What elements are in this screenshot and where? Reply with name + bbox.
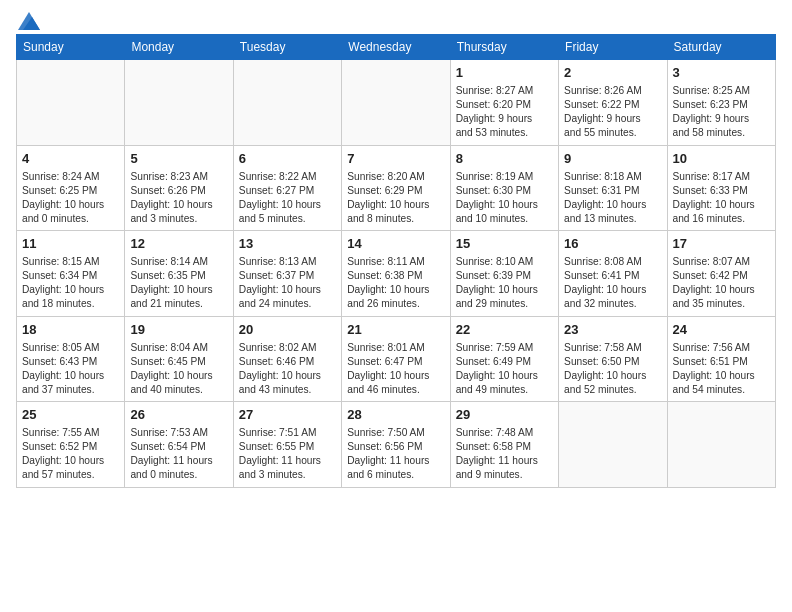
calendar-cell: 26Sunrise: 7:53 AM Sunset: 6:54 PM Dayli… <box>125 402 233 488</box>
day-number: 24 <box>673 321 770 339</box>
day-number: 8 <box>456 150 553 168</box>
header-sunday: Sunday <box>17 35 125 60</box>
calendar-week-row: 25Sunrise: 7:55 AM Sunset: 6:52 PM Dayli… <box>17 402 776 488</box>
calendar-cell: 8Sunrise: 8:19 AM Sunset: 6:30 PM Daylig… <box>450 145 558 231</box>
calendar-week-row: 1Sunrise: 8:27 AM Sunset: 6:20 PM Daylig… <box>17 60 776 146</box>
day-number: 11 <box>22 235 119 253</box>
day-info: Sunrise: 8:25 AM Sunset: 6:23 PM Dayligh… <box>673 84 770 140</box>
day-info: Sunrise: 8:19 AM Sunset: 6:30 PM Dayligh… <box>456 170 553 226</box>
day-number: 25 <box>22 406 119 424</box>
day-info: Sunrise: 8:20 AM Sunset: 6:29 PM Dayligh… <box>347 170 444 226</box>
calendar-cell: 9Sunrise: 8:18 AM Sunset: 6:31 PM Daylig… <box>559 145 667 231</box>
calendar-cell: 12Sunrise: 8:14 AM Sunset: 6:35 PM Dayli… <box>125 231 233 317</box>
calendar-cell <box>342 60 450 146</box>
day-number: 13 <box>239 235 336 253</box>
day-info: Sunrise: 7:50 AM Sunset: 6:56 PM Dayligh… <box>347 426 444 482</box>
day-number: 7 <box>347 150 444 168</box>
calendar-cell: 14Sunrise: 8:11 AM Sunset: 6:38 PM Dayli… <box>342 231 450 317</box>
calendar-cell: 21Sunrise: 8:01 AM Sunset: 6:47 PM Dayli… <box>342 316 450 402</box>
day-number: 27 <box>239 406 336 424</box>
calendar-cell: 27Sunrise: 7:51 AM Sunset: 6:55 PM Dayli… <box>233 402 341 488</box>
calendar-cell: 22Sunrise: 7:59 AM Sunset: 6:49 PM Dayli… <box>450 316 558 402</box>
calendar-cell: 15Sunrise: 8:10 AM Sunset: 6:39 PM Dayli… <box>450 231 558 317</box>
calendar-cell <box>233 60 341 146</box>
day-number: 20 <box>239 321 336 339</box>
day-number: 4 <box>22 150 119 168</box>
header-thursday: Thursday <box>450 35 558 60</box>
day-number: 6 <box>239 150 336 168</box>
calendar-week-row: 11Sunrise: 8:15 AM Sunset: 6:34 PM Dayli… <box>17 231 776 317</box>
header-tuesday: Tuesday <box>233 35 341 60</box>
day-number: 14 <box>347 235 444 253</box>
day-number: 29 <box>456 406 553 424</box>
day-number: 23 <box>564 321 661 339</box>
day-info: Sunrise: 8:13 AM Sunset: 6:37 PM Dayligh… <box>239 255 336 311</box>
day-number: 17 <box>673 235 770 253</box>
header-friday: Friday <box>559 35 667 60</box>
calendar-cell: 4Sunrise: 8:24 AM Sunset: 6:25 PM Daylig… <box>17 145 125 231</box>
day-info: Sunrise: 8:08 AM Sunset: 6:41 PM Dayligh… <box>564 255 661 311</box>
day-info: Sunrise: 7:58 AM Sunset: 6:50 PM Dayligh… <box>564 341 661 397</box>
day-info: Sunrise: 8:17 AM Sunset: 6:33 PM Dayligh… <box>673 170 770 226</box>
day-info: Sunrise: 8:01 AM Sunset: 6:47 PM Dayligh… <box>347 341 444 397</box>
calendar-cell: 5Sunrise: 8:23 AM Sunset: 6:26 PM Daylig… <box>125 145 233 231</box>
calendar-cell: 3Sunrise: 8:25 AM Sunset: 6:23 PM Daylig… <box>667 60 775 146</box>
calendar-table: Sunday Monday Tuesday Wednesday Thursday… <box>16 34 776 488</box>
day-info: Sunrise: 8:05 AM Sunset: 6:43 PM Dayligh… <box>22 341 119 397</box>
calendar-cell: 19Sunrise: 8:04 AM Sunset: 6:45 PM Dayli… <box>125 316 233 402</box>
header-saturday: Saturday <box>667 35 775 60</box>
day-number: 26 <box>130 406 227 424</box>
day-number: 19 <box>130 321 227 339</box>
calendar-cell: 23Sunrise: 7:58 AM Sunset: 6:50 PM Dayli… <box>559 316 667 402</box>
calendar-week-row: 4Sunrise: 8:24 AM Sunset: 6:25 PM Daylig… <box>17 145 776 231</box>
calendar-cell <box>17 60 125 146</box>
calendar-cell: 13Sunrise: 8:13 AM Sunset: 6:37 PM Dayli… <box>233 231 341 317</box>
calendar-cell: 1Sunrise: 8:27 AM Sunset: 6:20 PM Daylig… <box>450 60 558 146</box>
day-number: 12 <box>130 235 227 253</box>
day-info: Sunrise: 8:24 AM Sunset: 6:25 PM Dayligh… <box>22 170 119 226</box>
day-number: 28 <box>347 406 444 424</box>
day-info: Sunrise: 8:18 AM Sunset: 6:31 PM Dayligh… <box>564 170 661 226</box>
day-number: 15 <box>456 235 553 253</box>
calendar-cell: 2Sunrise: 8:26 AM Sunset: 6:22 PM Daylig… <box>559 60 667 146</box>
day-info: Sunrise: 8:23 AM Sunset: 6:26 PM Dayligh… <box>130 170 227 226</box>
day-info: Sunrise: 7:48 AM Sunset: 6:58 PM Dayligh… <box>456 426 553 482</box>
calendar-cell: 20Sunrise: 8:02 AM Sunset: 6:46 PM Dayli… <box>233 316 341 402</box>
calendar-header-row: Sunday Monday Tuesday Wednesday Thursday… <box>17 35 776 60</box>
calendar-cell <box>125 60 233 146</box>
logo <box>16 12 40 26</box>
day-info: Sunrise: 8:07 AM Sunset: 6:42 PM Dayligh… <box>673 255 770 311</box>
day-number: 5 <box>130 150 227 168</box>
calendar-cell: 25Sunrise: 7:55 AM Sunset: 6:52 PM Dayli… <box>17 402 125 488</box>
day-info: Sunrise: 8:11 AM Sunset: 6:38 PM Dayligh… <box>347 255 444 311</box>
header-wednesday: Wednesday <box>342 35 450 60</box>
calendar-cell: 17Sunrise: 8:07 AM Sunset: 6:42 PM Dayli… <box>667 231 775 317</box>
day-info: Sunrise: 7:51 AM Sunset: 6:55 PM Dayligh… <box>239 426 336 482</box>
header-monday: Monday <box>125 35 233 60</box>
day-number: 18 <box>22 321 119 339</box>
calendar-cell: 10Sunrise: 8:17 AM Sunset: 6:33 PM Dayli… <box>667 145 775 231</box>
calendar-cell: 16Sunrise: 8:08 AM Sunset: 6:41 PM Dayli… <box>559 231 667 317</box>
day-info: Sunrise: 8:02 AM Sunset: 6:46 PM Dayligh… <box>239 341 336 397</box>
day-info: Sunrise: 7:56 AM Sunset: 6:51 PM Dayligh… <box>673 341 770 397</box>
day-info: Sunrise: 8:10 AM Sunset: 6:39 PM Dayligh… <box>456 255 553 311</box>
day-number: 10 <box>673 150 770 168</box>
day-info: Sunrise: 7:55 AM Sunset: 6:52 PM Dayligh… <box>22 426 119 482</box>
calendar-week-row: 18Sunrise: 8:05 AM Sunset: 6:43 PM Dayli… <box>17 316 776 402</box>
day-info: Sunrise: 8:26 AM Sunset: 6:22 PM Dayligh… <box>564 84 661 140</box>
day-info: Sunrise: 8:04 AM Sunset: 6:45 PM Dayligh… <box>130 341 227 397</box>
calendar-cell: 18Sunrise: 8:05 AM Sunset: 6:43 PM Dayli… <box>17 316 125 402</box>
calendar-cell: 7Sunrise: 8:20 AM Sunset: 6:29 PM Daylig… <box>342 145 450 231</box>
logo-icon <box>18 12 40 30</box>
calendar-cell: 11Sunrise: 8:15 AM Sunset: 6:34 PM Dayli… <box>17 231 125 317</box>
calendar-cell: 29Sunrise: 7:48 AM Sunset: 6:58 PM Dayli… <box>450 402 558 488</box>
calendar-cell: 24Sunrise: 7:56 AM Sunset: 6:51 PM Dayli… <box>667 316 775 402</box>
day-number: 16 <box>564 235 661 253</box>
day-info: Sunrise: 7:53 AM Sunset: 6:54 PM Dayligh… <box>130 426 227 482</box>
day-info: Sunrise: 8:14 AM Sunset: 6:35 PM Dayligh… <box>130 255 227 311</box>
day-number: 22 <box>456 321 553 339</box>
calendar-cell: 28Sunrise: 7:50 AM Sunset: 6:56 PM Dayli… <box>342 402 450 488</box>
day-number: 21 <box>347 321 444 339</box>
day-number: 3 <box>673 64 770 82</box>
day-number: 9 <box>564 150 661 168</box>
